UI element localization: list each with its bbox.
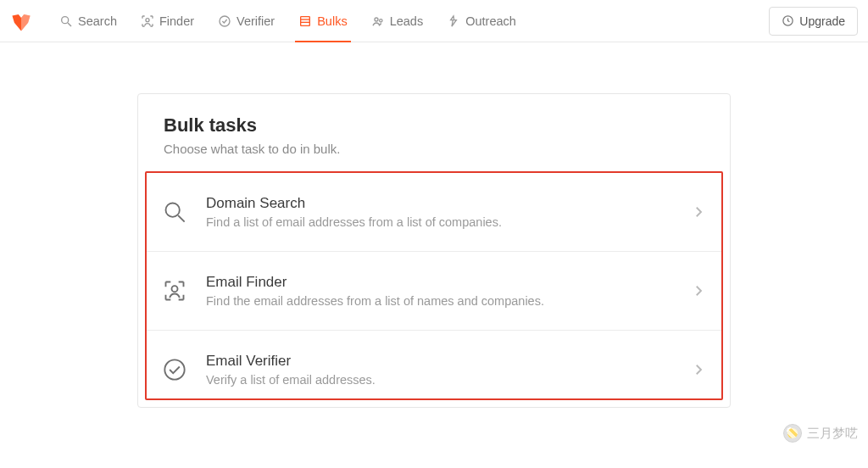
task-title: Email Verifier [206, 353, 691, 370]
svg-line-1 [68, 23, 71, 26]
task-description: Verify a list of email addresses. [206, 373, 691, 387]
bulk-tasks-card: Bulk tasks Choose what task to do in bul… [137, 93, 731, 408]
leads-icon [371, 14, 385, 28]
task-domain-search[interactable]: Domain Search Find a list of email addre… [147, 173, 721, 252]
task-description: Find a list of email addresses from a li… [206, 215, 691, 229]
bulks-icon [298, 14, 312, 28]
svg-rect-4 [301, 16, 310, 25]
task-email-finder[interactable]: Email Finder Find the email addresses fr… [147, 252, 721, 331]
nav-label: Outreach [465, 14, 516, 28]
watermark-badge-icon [783, 424, 802, 443]
nav-item-bulks[interactable]: Bulks [287, 0, 359, 42]
watermark-text: 三月梦呓 [807, 426, 858, 442]
svg-line-11 [178, 215, 185, 222]
card-subtitle: Choose what task to do in bulk. [164, 142, 704, 156]
nav-label: Finder [159, 14, 194, 28]
finder-icon [141, 14, 154, 28]
task-text: Email Finder Find the email addresses fr… [206, 274, 691, 308]
task-text: Email Verifier Verify a list of email ad… [206, 353, 691, 387]
svg-point-8 [379, 19, 381, 21]
nav-items: Search Finder Verifier Bulks [47, 0, 528, 42]
nav-item-outreach[interactable]: Outreach [435, 0, 528, 42]
svg-point-12 [172, 286, 178, 292]
top-nav: Search Finder Verifier Bulks [0, 0, 868, 42]
verifier-icon [162, 357, 187, 382]
nav-item-leads[interactable]: Leads [359, 0, 436, 42]
nav-label: Verifier [236, 14, 275, 28]
nav-label: Leads [390, 14, 424, 28]
svg-point-2 [146, 18, 149, 21]
brand-logo[interactable] [10, 10, 32, 32]
upgrade-button[interactable]: Upgrade [769, 7, 858, 36]
search-icon [162, 199, 187, 225]
verifier-icon [218, 14, 231, 28]
search-icon [59, 14, 73, 28]
task-list-highlight: Domain Search Find a list of email addre… [145, 171, 723, 400]
nav-label: Bulks [317, 14, 347, 28]
task-description: Find the email addresses from a list of … [206, 294, 691, 308]
watermark: 三月梦呓 [783, 424, 858, 443]
task-title: Domain Search [206, 195, 691, 212]
task-text: Domain Search Find a list of email addre… [206, 195, 691, 229]
task-title: Email Finder [206, 274, 691, 291]
svg-point-7 [375, 18, 378, 21]
card-header: Bulk tasks Choose what task to do in bul… [138, 94, 730, 171]
finder-icon [162, 278, 187, 304]
svg-point-10 [166, 203, 180, 217]
svg-point-0 [62, 16, 69, 23]
chevron-right-icon [691, 204, 706, 220]
nav-item-search[interactable]: Search [47, 0, 129, 42]
svg-point-3 [220, 16, 230, 26]
outreach-icon [447, 14, 460, 28]
upgrade-icon [782, 14, 794, 27]
card-title: Bulk tasks [164, 114, 704, 136]
nav-label: Search [78, 14, 117, 28]
chevron-right-icon [691, 362, 706, 377]
task-email-verifier[interactable]: Email Verifier Verify a list of email ad… [147, 331, 721, 398]
chevron-right-icon [691, 283, 706, 298]
upgrade-label: Upgrade [799, 14, 845, 28]
fox-logo-icon [10, 10, 32, 32]
nav-item-verifier[interactable]: Verifier [206, 0, 287, 42]
nav-item-finder[interactable]: Finder [129, 0, 206, 42]
svg-point-13 [164, 359, 184, 379]
